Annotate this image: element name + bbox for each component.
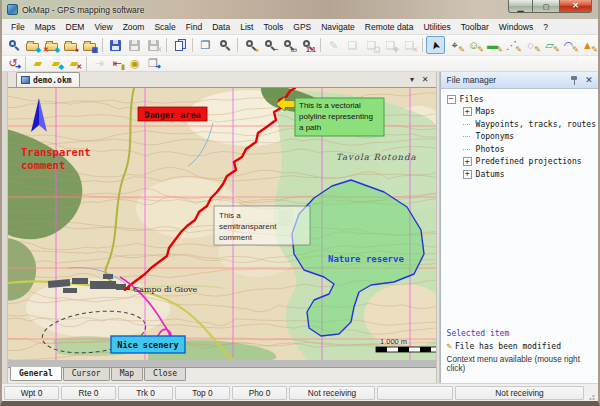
zoom-original-button[interactable]: 1:1 (298, 36, 317, 54)
selected-item-header: Selected item (447, 329, 594, 338)
status-cell-not-receiving: Not receiving (455, 386, 584, 400)
save-button[interactable] (106, 36, 125, 54)
menu-item-data[interactable]: Data (207, 21, 235, 33)
status-cell-rte-0: Rte 0 (61, 386, 116, 400)
save-as-button[interactable] (125, 36, 144, 54)
menu-item-toolbar[interactable]: Toolbar (456, 21, 494, 33)
menu-item-[interactable]: ? (538, 21, 553, 33)
nice-scenery-comment[interactable]: Nice scenery (111, 336, 185, 353)
edit-cut-button[interactable]: ❏ (343, 36, 362, 54)
tree-item-toponyms[interactable]: Toponyms (445, 131, 596, 144)
collapse-icon[interactable]: − (447, 95, 456, 104)
menu-item-utilities[interactable]: Utilities (418, 21, 455, 33)
add-route-button[interactable]: ◌✎ (521, 36, 540, 54)
panel-close-icon[interactable]: ✕ (583, 74, 595, 86)
tree-item-maps[interactable]: +Maps (445, 106, 596, 119)
resize-grip[interactable] (586, 386, 596, 400)
tree-item-label: Files (460, 95, 484, 104)
okmap-window: OkMap - GPS mapping software ▁ ▢ ✕ FileM… (0, 0, 600, 406)
danger-area-comment[interactable]: Danger area (138, 107, 207, 121)
tree-item-label: Toponyms (476, 132, 515, 141)
toolbar-edit: ↺➔▰▰◆▰✕⇥⇤▮◉❐➜ (2, 56, 598, 72)
edit-properties-button[interactable]: ✎ (324, 36, 343, 54)
toolbar-separator (86, 57, 87, 71)
save-all-button[interactable]: ✕ (144, 36, 163, 54)
expand-icon[interactable]: + (463, 157, 472, 166)
tab-close-button[interactable]: ✕ (419, 74, 432, 86)
menu-item-zoom[interactable]: Zoom (118, 21, 150, 33)
zoom-tool-button[interactable] (215, 36, 234, 54)
expand-icon[interactable]: + (463, 107, 472, 116)
close-map-overlay-icon: ● (75, 46, 79, 53)
close-icon: ✕ (572, 2, 579, 10)
open-map-button[interactable]: ◆ (23, 36, 42, 54)
tab-list-dropdown-button[interactable]: ▾ (406, 74, 419, 86)
open-calibrate-map-button[interactable]: ◆✕ (42, 36, 61, 54)
menu-item-tools[interactable]: Tools (258, 21, 288, 33)
close-map-button[interactable]: ● (61, 36, 80, 54)
file-manager-header[interactable]: File manager ✕ (441, 72, 598, 89)
menu-item-view[interactable]: View (89, 21, 117, 33)
add-area-button[interactable]: ◠✎ (559, 36, 578, 54)
menu-item-remote-data[interactable]: Remote data (360, 21, 419, 33)
menu-item-maps[interactable]: Maps (30, 21, 61, 33)
gps-download-button[interactable]: ⇤▮ (108, 56, 126, 71)
tree-item-datums[interactable]: +Datums (445, 168, 596, 181)
map-canvas[interactable]: Campo di Giove Tavola Rotonda Danger are… (8, 88, 436, 360)
measure-area-button[interactable]: ▰◆ (47, 56, 65, 71)
semitransparent-comment[interactable]: This a semitransparent comment (214, 206, 310, 245)
pin-icon[interactable] (570, 75, 579, 86)
open-map-overlay-icon: ◆ (36, 46, 41, 53)
menu-item-find[interactable]: Find (181, 21, 208, 33)
edit-paste-obj-button[interactable]: ❏✚ (381, 36, 400, 54)
map-workspace[interactable]: Campo di Giove Tavola Rotonda Danger are… (8, 88, 436, 367)
gps-connect-button[interactable]: ❐➜ (144, 56, 162, 71)
menu-item-scale[interactable]: Scale (149, 21, 180, 33)
bottom-tab-close[interactable]: Close (144, 368, 186, 381)
menu-item-navigate[interactable]: Navigate (316, 21, 360, 33)
zoom-tool-magnifier-handle (226, 46, 231, 51)
edit-copy-obj-button[interactable]: ❏❏ (362, 36, 381, 54)
add-comment-button[interactable]: ▬✎ (483, 36, 502, 54)
export-image-button[interactable]: ❐ (196, 36, 215, 54)
measure-clear-button[interactable]: ▰✕ (65, 56, 83, 71)
menu-item-file[interactable]: File (6, 21, 30, 33)
tab-demo-okm[interactable]: demo.okm (16, 72, 80, 87)
recalculate-track-button[interactable]: ↺➔ (4, 56, 22, 71)
maximize-button[interactable]: ▢ (533, 0, 559, 13)
zoom-in-button[interactable]: ● (241, 36, 260, 54)
menu-item-gps[interactable]: GPS (288, 21, 316, 33)
minimize-button[interactable]: ▁ (508, 0, 533, 13)
close-button[interactable]: ✕ (559, 0, 592, 13)
bottom-tab-general[interactable]: General (10, 367, 62, 381)
gps-realtime-button[interactable]: ◉ (126, 56, 144, 71)
import-map-button[interactable]: ▦ (80, 36, 99, 54)
tree-item-files[interactable]: −Files (445, 93, 596, 106)
show-map-button[interactable] (4, 36, 23, 54)
add-triangle-button[interactable]: ▲✎ (578, 36, 597, 54)
gps-upload-button[interactable]: ⇥ (90, 56, 108, 71)
add-track-button[interactable]: ⋰✎ (502, 36, 521, 54)
menu-item-dem[interactable]: DEM (61, 21, 90, 33)
zoom-window-button[interactable]: ▭ (279, 36, 298, 54)
nice-scenery-label: Nice scenery (117, 340, 178, 350)
tree-item-waypoints-tracks-routes[interactable]: Waypoints, tracks, routes (445, 118, 596, 131)
edit-delete-obj-button[interactable]: ❏✕ (400, 36, 419, 54)
tree-item-photos[interactable]: Photos (445, 143, 596, 156)
menu-item-windows[interactable]: Windows (494, 21, 538, 33)
add-position-button[interactable]: ⌖✎ (445, 36, 464, 54)
expand-icon[interactable]: + (463, 170, 472, 179)
add-polygon-button[interactable]: ▱✎ (540, 36, 559, 54)
bottom-tab-map[interactable]: Map (111, 368, 143, 381)
bottom-tab-cursor[interactable]: Cursor (63, 368, 110, 381)
menu-item-list[interactable]: List (235, 21, 258, 33)
add-waypoint-button[interactable]: ☺✎ (464, 36, 483, 54)
zoom-out-button[interactable]: − (260, 36, 279, 54)
window-titlebar[interactable]: OkMap - GPS mapping software ▁ ▢ ✕ (2, 0, 598, 19)
select-pointer-button[interactable]: ➤ (426, 36, 445, 54)
measure-distance-button[interactable]: ▰ (29, 56, 47, 71)
tree-item-predefined-projections[interactable]: +Predefined projections (445, 156, 596, 169)
gps-upload-icon: ⇥ (94, 58, 103, 69)
nature-reserve-label[interactable]: Nature reserve (328, 254, 404, 264)
copy-button[interactable] (170, 36, 189, 54)
